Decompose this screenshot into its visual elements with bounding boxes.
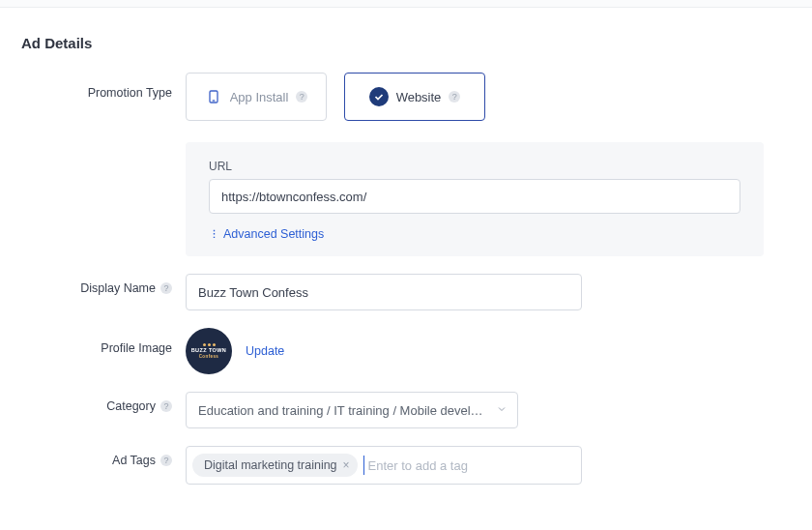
label-text: Display Name	[80, 281, 156, 295]
top-bar	[0, 0, 812, 8]
label-text: Promotion Type	[88, 86, 172, 100]
page-title: Ad Details	[21, 35, 812, 51]
ad-details-form: Promotion Type App Install ?	[68, 73, 812, 485]
advanced-settings-label: Advanced Settings	[223, 227, 324, 241]
promotion-option-app-install[interactable]: App Install ?	[186, 73, 327, 121]
promotion-option-website[interactable]: Website ?	[344, 73, 485, 121]
url-label: URL	[209, 160, 740, 173]
row-display-name: Display Name ?	[68, 274, 812, 310]
chevron-down-icon	[496, 403, 508, 418]
url-input[interactable]	[209, 179, 740, 214]
row-ad-tags: Ad Tags ? Digital marketing training ×	[68, 446, 812, 485]
avatar-text-2: Confess	[199, 355, 219, 360]
label-display-name: Display Name ?	[68, 274, 186, 295]
promotion-type-options: App Install ? Website ?	[186, 73, 773, 121]
label-category: Category ?	[68, 392, 186, 413]
tag-chip: Digital marketing training ×	[192, 454, 358, 477]
label-text: Profile Image	[101, 341, 172, 355]
mobile-icon	[205, 88, 222, 105]
tag-text-input[interactable]	[363, 456, 575, 475]
help-icon[interactable]: ?	[160, 400, 172, 412]
row-promotion-type: Promotion Type App Install ?	[68, 73, 812, 256]
label-text: Category	[106, 399, 156, 413]
tags-input-wrap[interactable]: Digital marketing training ×	[186, 446, 582, 485]
row-category: Category ? Education and training / IT t…	[68, 392, 812, 428]
label-profile-image: Profile Image	[68, 328, 186, 355]
chevron-double-down-icon: ︙	[209, 228, 218, 240]
row-profile-image: Profile Image BUZZ TOWN Confess Update	[68, 328, 812, 374]
url-panel: URL ︙ Advanced Settings	[186, 142, 764, 256]
promotion-option-label: App Install	[230, 90, 289, 104]
update-avatar-link[interactable]: Update	[246, 344, 284, 358]
page-content: Ad Details Promotion Type App Ins	[0, 8, 812, 485]
category-select[interactable]: Education and training / IT training / M…	[186, 392, 518, 428]
help-icon[interactable]: ?	[160, 455, 172, 466]
tag-remove-icon[interactable]: ×	[343, 459, 350, 471]
label-text: Ad Tags	[112, 454, 156, 467]
label-ad-tags: Ad Tags ?	[68, 446, 186, 467]
avatar: BUZZ TOWN Confess	[186, 328, 232, 374]
help-icon[interactable]: ?	[160, 282, 172, 294]
label-promotion-type: Promotion Type	[68, 73, 186, 100]
help-icon[interactable]: ?	[296, 91, 307, 103]
field-category: Education and training / IT training / M…	[186, 392, 812, 428]
advanced-settings-toggle[interactable]: ︙ Advanced Settings	[209, 227, 324, 241]
checkmark-icon	[369, 87, 389, 106]
display-name-input[interactable]	[186, 274, 582, 310]
help-icon[interactable]: ?	[449, 91, 460, 103]
tag-label: Digital marketing training	[204, 458, 337, 472]
avatar-text-1: BUZZ TOWN	[191, 348, 227, 354]
field-profile-image: BUZZ TOWN Confess Update	[186, 328, 812, 374]
field-display-name	[186, 274, 812, 310]
field-ad-tags: Digital marketing training ×	[186, 446, 812, 485]
promotion-option-label: Website	[396, 90, 442, 104]
category-selected-text: Education and training / IT training / M…	[198, 403, 488, 418]
field-promotion-type: App Install ? Website ?	[186, 73, 812, 256]
